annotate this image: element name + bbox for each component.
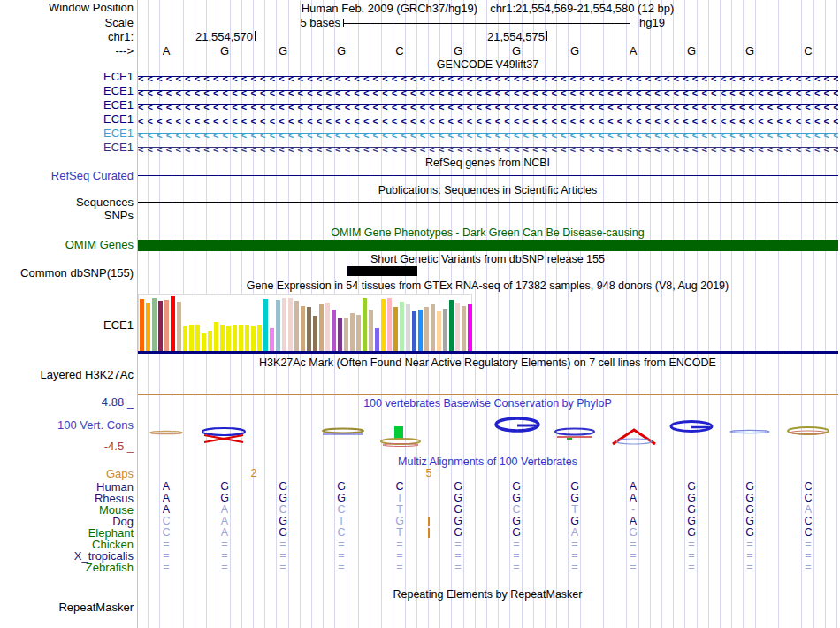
gene-label-ece1[interactable]: ECE1 bbox=[0, 71, 134, 83]
gtex-tissue-bar[interactable] bbox=[245, 325, 249, 351]
track-label-h3k27ac[interactable]: Layered H3K27Ac bbox=[0, 369, 134, 381]
scale-assembly: hg19 bbox=[639, 17, 665, 28]
track-title-omim[interactable]: OMIM Gene Phenotypes - Dark Green Can Be… bbox=[137, 227, 838, 239]
gene-exon-line[interactable]: <<<<<<<<<<<<<<<<<<<<<<<<<<<<<<<<<<<<<<<<… bbox=[138, 70, 838, 84]
gene-label-ece1[interactable]: ECE1 bbox=[0, 127, 134, 140]
dbsnp-variant-bar[interactable] bbox=[347, 266, 417, 276]
gene-label-ece1[interactable]: ECE1 bbox=[0, 99, 134, 111]
strand-arrows-left: <<<<<<<<<<<<<<<<<<<<<<<<<<<<<<<<<<<<<<<<… bbox=[138, 144, 838, 155]
track-title-publications[interactable]: Publications: Sequences in Scientific Ar… bbox=[137, 185, 838, 196]
refseq-track-line bbox=[138, 175, 838, 176]
track-label-snps[interactable]: SNPs bbox=[0, 210, 134, 222]
track-label-omim-genes[interactable]: OMIM Genes bbox=[0, 239, 134, 251]
gtex-tissue-bar[interactable] bbox=[431, 304, 435, 351]
gtex-tissue-bar[interactable] bbox=[158, 301, 163, 351]
gtex-tissue-bar[interactable] bbox=[418, 310, 423, 351]
gene-label-ece1[interactable]: ECE1 bbox=[0, 142, 134, 154]
track-title-gtex[interactable]: Gene Expression in 54 tissues from GTEx … bbox=[137, 280, 838, 292]
gtex-tissue-bar[interactable] bbox=[177, 302, 181, 351]
gtex-tissue-bar[interactable] bbox=[226, 326, 231, 351]
gtex-tissue-bar[interactable] bbox=[239, 325, 243, 351]
gtex-tissue-bar[interactable] bbox=[455, 303, 460, 351]
track-label-gaps[interactable]: Gaps bbox=[0, 468, 134, 480]
track-label-gtex-gene[interactable]: ECE1 bbox=[0, 319, 134, 332]
gtex-tissue-bar[interactable] bbox=[263, 299, 268, 351]
track-title-multiz[interactable]: Multiz Alignments of 100 Vertebrates bbox=[137, 456, 838, 468]
track-label-refseq-curated[interactable]: RefSeq Curated bbox=[0, 170, 134, 182]
gtex-tissue-bar[interactable] bbox=[400, 302, 404, 351]
alignment-base: = bbox=[604, 562, 662, 573]
gtex-tissue-bar[interactable] bbox=[282, 298, 286, 351]
gtex-tissue-bar[interactable] bbox=[369, 310, 373, 351]
track-label-conservation[interactable]: 100 Vert. Cons bbox=[0, 419, 134, 432]
base-letter: G bbox=[429, 45, 487, 57]
gene-label-ece1[interactable]: ECE1 bbox=[0, 113, 134, 126]
omim-gene-bar[interactable] bbox=[138, 240, 838, 251]
base-letter: G bbox=[254, 45, 312, 57]
gtex-tissue-bar[interactable] bbox=[375, 328, 379, 351]
species-label-zebrafish[interactable]: Zebrafish bbox=[0, 562, 134, 574]
gtex-expression-chart[interactable] bbox=[138, 294, 472, 351]
gene-exon-line[interactable]: <<<<<<<<<<<<<<<<<<<<<<<<<<<<<<<<<<<<<<<<… bbox=[138, 84, 838, 98]
gtex-tissue-bar[interactable] bbox=[152, 298, 157, 351]
gtex-tissue-bar[interactable] bbox=[406, 304, 410, 351]
gtex-tissue-bar[interactable] bbox=[301, 306, 305, 351]
gtex-tissue-bar[interactable] bbox=[195, 325, 200, 351]
gtex-tissue-bar[interactable] bbox=[183, 326, 187, 351]
gtex-tissue-bar[interactable] bbox=[220, 325, 225, 351]
gtex-tissue-bar[interactable] bbox=[307, 307, 311, 351]
track-label-dbsnp[interactable]: Common dbSNP(155) bbox=[0, 267, 134, 280]
strand-arrows-left: <<<<<<<<<<<<<<<<<<<<<<<<<<<<<<<<<<<<<<<<… bbox=[138, 102, 838, 112]
gtex-tissue-bar[interactable] bbox=[325, 303, 330, 351]
gap-count: 2 bbox=[247, 468, 261, 479]
gtex-tissue-bar[interactable] bbox=[214, 322, 218, 351]
gtex-tissue-bar[interactable] bbox=[146, 303, 150, 351]
gtex-tissue-bar[interactable] bbox=[462, 306, 466, 351]
gtex-tissue-bar[interactable] bbox=[350, 313, 355, 351]
gene-exon-line[interactable]: <<<<<<<<<<<<<<<<<<<<<<<<<<<<<<<<<<<<<<<<… bbox=[138, 141, 838, 155]
gtex-tissue-bar[interactable] bbox=[171, 296, 175, 351]
gtex-tissue-bar[interactable] bbox=[449, 300, 454, 351]
gene-label-ece1[interactable]: ECE1 bbox=[0, 85, 134, 97]
gtex-tissue-bar[interactable] bbox=[164, 300, 169, 351]
gtex-tissue-bar[interactable] bbox=[344, 318, 348, 351]
gtex-tissue-bar[interactable] bbox=[202, 333, 206, 351]
gene-exon-line[interactable]: <<<<<<<<<<<<<<<<<<<<<<<<<<<<<<<<<<<<<<<<… bbox=[138, 126, 838, 141]
gtex-tissue-bar[interactable] bbox=[412, 311, 416, 351]
gtex-tissue-bar[interactable] bbox=[363, 298, 367, 351]
gtex-tissue-bar[interactable] bbox=[437, 311, 441, 351]
track-label-sequences[interactable]: Sequences bbox=[0, 196, 134, 209]
gtex-tissue-bar[interactable] bbox=[251, 326, 256, 351]
scale-label: Scale bbox=[0, 17, 134, 29]
gtex-tissue-bar[interactable] bbox=[313, 316, 317, 351]
gtex-tissue-bar[interactable] bbox=[319, 304, 324, 351]
track-title-refseq[interactable]: RefSeq genes from NCBI bbox=[137, 157, 838, 169]
gtex-tissue-bar[interactable] bbox=[443, 309, 447, 351]
gtex-tissue-bar[interactable] bbox=[393, 307, 398, 351]
gtex-tissue-bar[interactable] bbox=[424, 307, 429, 351]
gtex-tissue-bar[interactable] bbox=[208, 331, 212, 351]
gtex-tissue-bar[interactable] bbox=[257, 325, 262, 351]
gtex-tissue-bar[interactable] bbox=[387, 298, 392, 351]
gtex-tissue-bar[interactable] bbox=[381, 299, 386, 351]
gtex-tissue-bar[interactable] bbox=[294, 301, 299, 351]
alignment-row-rhesus: AGGGTGGGAGGC bbox=[137, 493, 837, 504]
gene-exon-line[interactable]: <<<<<<<<<<<<<<<<<<<<<<<<<<<<<<<<<<<<<<<<… bbox=[138, 98, 838, 112]
gtex-tissue-bar[interactable] bbox=[288, 298, 293, 351]
gtex-tissue-bar[interactable] bbox=[468, 304, 472, 351]
gtex-tissue-bar[interactable] bbox=[270, 328, 274, 351]
track-title-repeatmasker[interactable]: Repeating Elements by RepeatMasker bbox=[137, 589, 838, 601]
gtex-tissue-bar[interactable] bbox=[338, 318, 342, 351]
coordinate-value: 21,554,570 bbox=[191, 31, 253, 42]
gtex-tissue-bar[interactable] bbox=[189, 325, 194, 351]
gtex-tissue-bar[interactable] bbox=[276, 300, 280, 351]
track-title-h3k27ac[interactable]: H3K27Ac Mark (Often Found Near Active Re… bbox=[137, 357, 838, 369]
gtex-tissue-bar[interactable] bbox=[332, 310, 336, 351]
track-label-repeatmasker[interactable]: RepeatMasker bbox=[0, 601, 134, 614]
gene-exon-line[interactable]: <<<<<<<<<<<<<<<<<<<<<<<<<<<<<<<<<<<<<<<<… bbox=[138, 112, 838, 126]
gtex-tissue-bar[interactable] bbox=[140, 299, 144, 351]
track-title-dbsnp[interactable]: Short Genetic Variants from dbSNP releas… bbox=[137, 254, 838, 265]
gtex-tissue-bar[interactable] bbox=[356, 315, 361, 351]
alignment-base: = bbox=[312, 562, 370, 573]
gtex-tissue-bar[interactable] bbox=[233, 325, 237, 351]
